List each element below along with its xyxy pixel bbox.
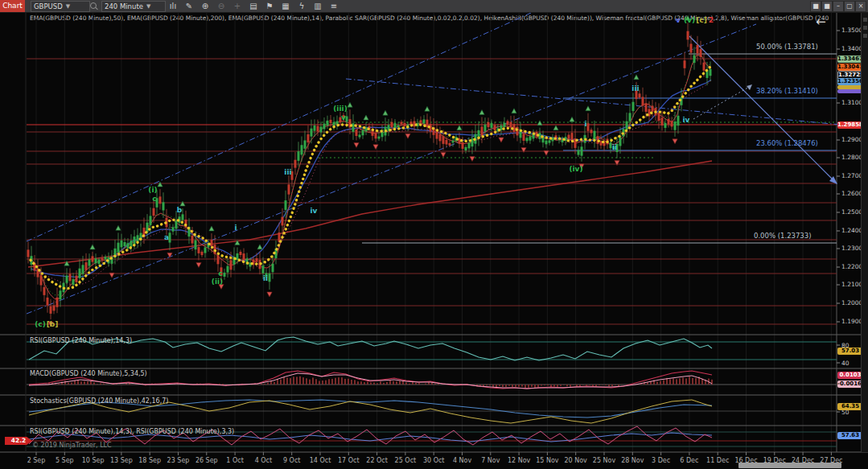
strip-handle-icon xyxy=(863,26,867,30)
time-axis-label: 30 Oct xyxy=(423,457,445,464)
time-axis-label: 4 Nov xyxy=(453,457,471,464)
properties-list-icon[interactable]: ≡ xyxy=(327,0,341,12)
copyright-text: © 2019 NinjaTrader, LLC xyxy=(32,442,112,449)
time-axis-label: 9 Oct xyxy=(283,457,300,464)
time-axis-label: 18 Sep xyxy=(138,457,161,464)
right-scroll-strip[interactable] xyxy=(861,13,868,452)
chevron-down-icon: ▼ xyxy=(146,2,150,11)
window-pane-icon-1[interactable]: ■ xyxy=(810,1,821,12)
ninjatrader-chart-window: 50.00% (1.33781)38.20% (1.31410)23.60% (… xyxy=(0,0,868,469)
time-axis-label: 4 Oct xyxy=(255,457,272,464)
time-axis-label: 26 Sep xyxy=(195,457,218,464)
strip-handle-icon xyxy=(863,34,867,38)
time-axis-label: 28 Nov xyxy=(621,457,644,464)
chart-canvas[interactable] xyxy=(0,13,861,452)
chart-tab[interactable]: Chart xyxy=(0,0,25,12)
time-axis-label: 25 Oct xyxy=(395,457,417,464)
time-axis-label: 14 Oct xyxy=(310,457,331,464)
close-button[interactable]: × xyxy=(855,1,866,12)
time-axis-label: 23 Sep xyxy=(167,457,190,464)
symbol-select[interactable]: GBPUSD ▼ xyxy=(31,1,90,12)
time-axis-label: 12 Nov xyxy=(508,457,530,464)
time-axis-label: 13 Sep xyxy=(110,457,133,464)
draw-pencil-icon[interactable]: ✎ xyxy=(182,0,196,12)
alerts-flag-icon[interactable]: ⚑ xyxy=(262,0,277,12)
pan-left-arrow-icon[interactable]: ← xyxy=(816,16,826,27)
time-axis-label: 11 Dec xyxy=(706,457,729,464)
time-axis-label: 17 Oct xyxy=(338,457,360,464)
symbol-select-value: GBPUSD xyxy=(34,2,63,11)
time-axis-label: 20 Nov xyxy=(565,457,587,464)
bar-type-icon[interactable]: ılı xyxy=(166,0,180,12)
time-axis-label: 10 Sep xyxy=(82,457,105,464)
time-axis-label: 22 Oct xyxy=(366,457,388,464)
strip-handle-icon xyxy=(863,18,867,22)
time-axis-label: 6 Dec xyxy=(680,457,698,464)
indicators-icon[interactable]: ▦ xyxy=(278,0,293,12)
time-axis-label: 5 Sep xyxy=(56,457,74,464)
interval-select-value: 240 Minute xyxy=(105,2,143,11)
restore-button[interactable]: ▢ xyxy=(844,1,855,12)
time-axis-label: 15 Nov xyxy=(536,457,558,464)
horizontal-scrollbar-thumb[interactable] xyxy=(738,463,841,468)
data-series-icon[interactable]: ▤ xyxy=(246,0,261,12)
title-toolbar: Chart GBPUSD ▼ 240 Minute ▼ ılı✎⊕⊖+▤⚑▦ϟ▥… xyxy=(0,0,868,13)
window-pane-icon-2[interactable]: ■ xyxy=(821,1,833,12)
search-icon[interactable] xyxy=(90,2,97,9)
time-axis-label: 7 Nov xyxy=(481,457,500,464)
time-axis-label: 25 Nov xyxy=(593,457,615,464)
drawing-tools-icon[interactable]: ϟ xyxy=(294,0,309,12)
time-axis-label: 2 Sep xyxy=(27,457,46,464)
interval-select[interactable]: 240 Minute ▼ xyxy=(101,1,166,12)
crosshair-icon[interactable]: + xyxy=(230,0,245,12)
minimize-button[interactable]: – xyxy=(833,1,844,12)
zoom-out-icon[interactable]: ⊖ xyxy=(214,0,228,12)
zoom-in-icon[interactable]: ⊕ xyxy=(198,0,212,12)
time-axis-label: 1 Oct xyxy=(226,457,243,464)
time-axis-label: 3 Dec xyxy=(652,457,670,464)
chevron-down-icon: ▼ xyxy=(66,2,70,11)
strategies-icon[interactable]: ▥ xyxy=(311,0,325,12)
